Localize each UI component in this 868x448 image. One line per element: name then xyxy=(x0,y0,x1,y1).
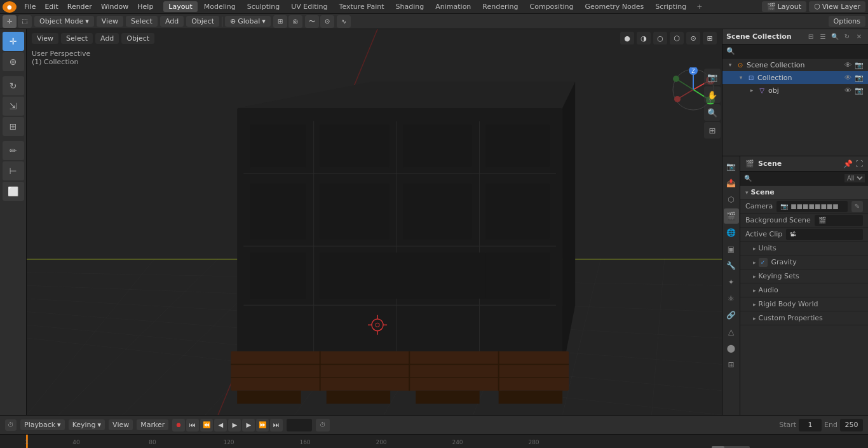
camera-value[interactable]: 📷 ■■■■■■■■ xyxy=(776,201,848,212)
tab-rendering[interactable]: Rendering xyxy=(477,1,523,12)
viewport-shading-wireframe[interactable]: ⬡ xyxy=(670,32,684,44)
outliner-filter-icon[interactable]: ⊟ xyxy=(806,32,816,42)
step-forward-btn[interactable]: ⏩ xyxy=(256,419,269,431)
tab-compositing[interactable]: Compositing xyxy=(525,1,579,12)
mode-dropdown[interactable]: Object Mode ▾ xyxy=(34,16,94,27)
scene-selector[interactable]: 🎬 Layout xyxy=(762,1,806,12)
timeline-mode-icon[interactable]: ⏱ xyxy=(5,419,17,431)
restrict-render-icon[interactable]: 📷 xyxy=(854,60,864,70)
viewport-shading-material[interactable]: ◑ xyxy=(637,32,651,44)
menu-edit[interactable]: Edit xyxy=(41,1,62,12)
scene-section-header[interactable]: ▾ Scene xyxy=(740,186,868,200)
background-scene-value[interactable]: 🎬 xyxy=(815,215,863,226)
outliner-close-icon[interactable]: ✕ xyxy=(854,32,864,42)
camera-eyedropper[interactable]: ✎ xyxy=(851,201,863,212)
start-frame-input[interactable]: 1 xyxy=(799,419,822,431)
playback-menu[interactable]: Playback ▾ xyxy=(20,419,65,430)
frame-rate-icon[interactable]: ⏱ xyxy=(316,419,330,431)
tab-animation[interactable]: Animation xyxy=(430,1,476,12)
outliner-item-scene-collection[interactable]: ▾ ⊙ Scene Collection 👁 📷 xyxy=(722,58,868,71)
viewport-shading-solid[interactable]: ● xyxy=(620,32,634,44)
cursor-tool-icon[interactable]: ✛ xyxy=(3,15,17,28)
props-display-filter[interactable]: All xyxy=(844,174,865,182)
audio-section[interactable]: ▸ Audio xyxy=(740,283,868,297)
restrict-viewport-visibility-icon[interactable]: 👁 xyxy=(843,60,853,70)
options-btn[interactable]: Options xyxy=(829,16,865,27)
prop-tab-world[interactable]: 🌐 xyxy=(724,225,739,240)
tab-layout[interactable]: Layout xyxy=(163,1,197,12)
camera-view-btn[interactable]: 📷 xyxy=(704,69,721,85)
props-pin-icon[interactable]: 📌 xyxy=(843,160,853,168)
menu-help[interactable]: Help xyxy=(133,1,157,12)
rotate-tool[interactable]: ↻ xyxy=(3,76,24,95)
add-menu[interactable]: Add xyxy=(160,16,184,27)
move-tool[interactable]: ⊕ xyxy=(3,52,24,71)
tab-uv-editing[interactable]: UV Editing xyxy=(286,1,332,12)
zoom-btn[interactable]: 🔍 xyxy=(704,104,721,121)
outliner-search-icon[interactable]: 🔍 xyxy=(830,32,840,42)
graph-icon[interactable]: ∿ xyxy=(337,15,351,28)
step-back-frame-btn[interactable]: ◀ xyxy=(214,419,227,431)
props-fullscreen-icon[interactable]: ⛶ xyxy=(855,160,863,168)
tab-shading[interactable]: Shading xyxy=(391,1,430,12)
viewport-select-btn[interactable]: Select xyxy=(61,33,93,44)
outliner-item-collection[interactable]: ▾ ⊡ Collection 👁 📷 xyxy=(722,71,868,84)
marker-menu[interactable]: Marker xyxy=(137,419,168,430)
cursor-tool[interactable]: ✛ xyxy=(3,32,24,51)
outliner-search-input[interactable] xyxy=(738,48,864,55)
viewport-overlays-btn[interactable]: ⊙ xyxy=(686,32,700,44)
end-frame-input[interactable]: 250 xyxy=(840,419,863,431)
custom-properties-section[interactable]: ▸ Custom Properties xyxy=(740,311,868,325)
viewport-view-btn[interactable]: View xyxy=(32,33,58,44)
collection-render-icon[interactable]: 📷 xyxy=(854,72,864,83)
transform-tool[interactable]: ⊞ xyxy=(3,117,24,136)
prop-tab-constraints[interactable]: 🔗 xyxy=(724,308,739,323)
obj-viewport-icon[interactable]: 👁 xyxy=(843,85,853,95)
prop-tab-modifier[interactable]: 🔧 xyxy=(724,258,739,273)
collection-viewport-icon[interactable]: 👁 xyxy=(843,72,853,83)
3d-viewport[interactable]: View Select Add Object ● ◑ ○ ⬡ ⊙ ⊞ User … xyxy=(27,29,722,415)
tab-modeling[interactable]: Modeling xyxy=(199,1,241,12)
play-btn[interactable]: ▶ xyxy=(228,419,241,431)
viewport-object-btn[interactable]: Object xyxy=(121,33,154,44)
keying-sets-section[interactable]: ▸ Keying Sets xyxy=(740,269,868,283)
gravity-section[interactable]: ▸ ✓ Gravity xyxy=(740,255,868,269)
transform-pivot-icon[interactable]: ⊙ xyxy=(320,15,334,28)
proportional-edit-icon[interactable]: ◎ xyxy=(288,15,302,28)
select-menu[interactable]: Select xyxy=(126,16,158,27)
gravity-checkbox[interactable]: ✓ xyxy=(759,258,768,267)
add-workspace-button[interactable]: + xyxy=(693,1,706,12)
timeline-view-menu[interactable]: View xyxy=(109,419,133,430)
view-menu[interactable]: View xyxy=(97,16,123,27)
select-box-icon[interactable]: ⬚ xyxy=(18,15,32,28)
prop-tab-material[interactable]: ⬤ xyxy=(724,341,739,356)
outliner-item-obj[interactable]: ▸ ▽ obj 👁 📷 xyxy=(722,84,868,97)
step-forward-frame-btn[interactable]: ▶ xyxy=(242,419,255,431)
props-search-input[interactable] xyxy=(754,175,842,182)
tab-geometry-nodes[interactable]: Geometry Nodes xyxy=(580,1,649,12)
tab-texture-paint[interactable]: Texture Paint xyxy=(334,1,390,12)
tab-sculpting[interactable]: Sculpting xyxy=(242,1,285,12)
obj-render-icon[interactable]: 📷 xyxy=(854,85,864,95)
active-clip-value[interactable]: 📽 xyxy=(786,229,863,240)
units-section[interactable]: ▸ Units xyxy=(740,241,868,255)
annotate-tool[interactable]: ✏ xyxy=(3,141,24,160)
expand-arrow[interactable]: ▾ xyxy=(726,61,734,69)
viewport-gizmo-btn[interactable]: ⊞ xyxy=(703,32,717,44)
menu-file[interactable]: File xyxy=(20,1,39,12)
add-cube-tool[interactable]: ⬜ xyxy=(3,182,24,201)
timeline-ruler[interactable]: 1 40 80 120 160 200 240 280 xyxy=(0,434,868,448)
object-menu[interactable]: Object xyxy=(186,16,219,27)
record-btn[interactable]: ⏺ xyxy=(172,419,185,431)
prop-tab-object-data[interactable]: △ xyxy=(724,324,739,339)
prop-tab-scene[interactable]: 🎬 xyxy=(724,208,739,224)
viewport-add-btn[interactable]: Add xyxy=(95,33,119,44)
menu-window[interactable]: Window xyxy=(97,1,132,12)
hand-pan-btn[interactable]: ✋ xyxy=(704,86,721,103)
menu-render[interactable]: Render xyxy=(64,1,96,12)
scale-tool[interactable]: ⇲ xyxy=(3,97,24,116)
step-back-btn[interactable]: ⏪ xyxy=(200,419,213,431)
prop-tab-object[interactable]: ▣ xyxy=(724,241,739,257)
outliner-sync-icon[interactable]: ↻ xyxy=(842,32,852,42)
tab-scripting[interactable]: Scripting xyxy=(650,1,691,12)
